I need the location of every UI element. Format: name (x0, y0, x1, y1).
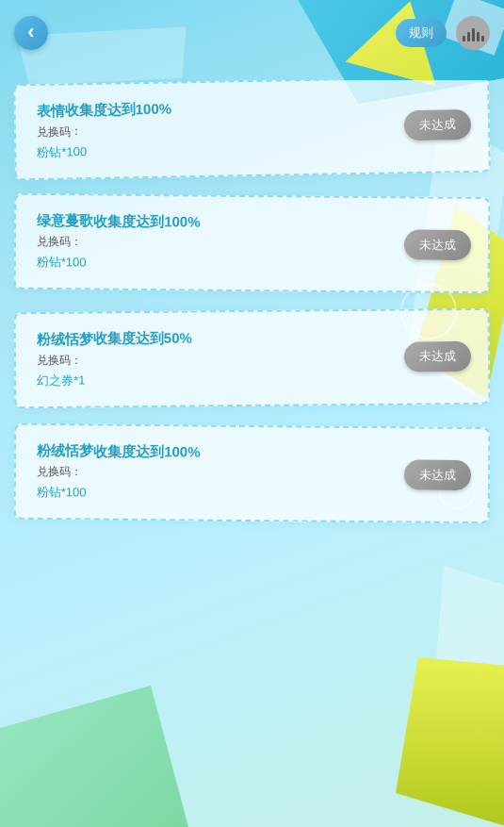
mission-status-button-2[interactable]: 未达成 (404, 229, 471, 260)
mission-status-button-1[interactable]: 未达成 (404, 109, 472, 141)
mission-title-3: 粉绒恬梦收集度达到50% (37, 327, 471, 349)
mission-card-2: 绿意蔓歌收集度达到100% 兑换码： 粉钻*100 未达成 (14, 193, 491, 293)
header-actions: 规则 (396, 16, 490, 50)
mission-card-1: 表情收集度达到100% 兑换码： 粉钻*100 未达成 (13, 80, 491, 180)
mission-reward-2: 粉钻*100 (37, 254, 471, 274)
rules-button[interactable]: 规则 (396, 19, 447, 47)
mission-reward-3: 幻之券*1 (37, 369, 471, 389)
back-button[interactable] (14, 16, 48, 50)
mission-reward-4: 粉钻*100 (37, 484, 471, 504)
mission-card-3: 粉绒恬梦收集度达到50% 兑换码： 幻之券*1 未达成 (14, 308, 491, 408)
sound-button[interactable] (456, 16, 490, 50)
missions-container: 表情收集度达到100% 兑换码： 粉钻*100 未达成 绿意蔓歌收集度达到100… (0, 80, 504, 827)
header: 规则 (0, 0, 504, 66)
mission-status-button-4[interactable]: 未达成 (404, 459, 471, 490)
mission-status-button-3[interactable]: 未达成 (404, 341, 471, 372)
sound-icon (463, 25, 484, 41)
mission-title-2: 绿意蔓歌收集度达到100% (37, 212, 471, 234)
mission-title-4: 粉绒恬梦收集度达到100% (37, 442, 471, 464)
mission-reward-1: 粉钻*100 (37, 137, 471, 161)
mission-card-4: 粉绒恬梦收集度达到100% 兑换码： 粉钻*100 未达成 (14, 423, 491, 523)
